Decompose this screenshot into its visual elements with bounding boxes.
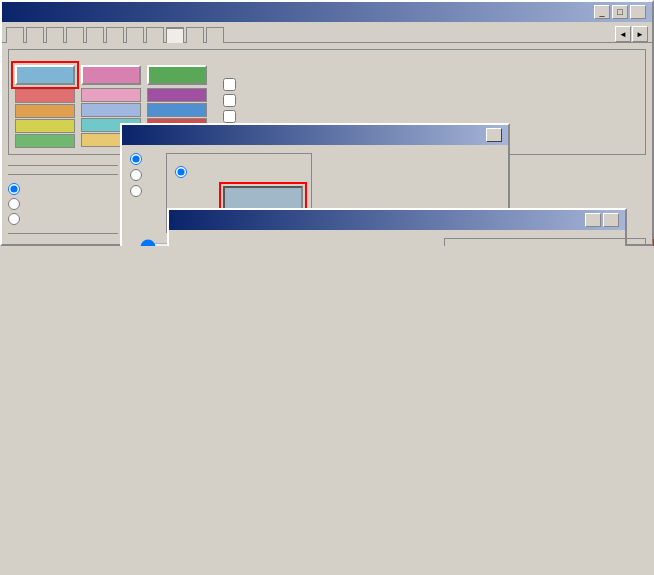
kleur-dialog bbox=[167, 208, 627, 246]
checkbox-repeat bbox=[223, 110, 240, 123]
main-window: _ □ ◄ ► bbox=[0, 0, 654, 246]
tab-nav-left[interactable]: ◄ bbox=[615, 26, 631, 42]
fixed-radio-row bbox=[175, 166, 303, 178]
color-swatch-7[interactable] bbox=[81, 65, 141, 85]
two-colors-gradient-radio[interactable] bbox=[130, 185, 142, 197]
kleur-right-panel bbox=[444, 238, 654, 246]
close-button[interactable] bbox=[630, 5, 646, 19]
title-bar: _ □ bbox=[2, 2, 652, 22]
color-swatch-9[interactable] bbox=[81, 103, 141, 117]
checkbox-multicolored bbox=[223, 78, 240, 91]
image-radio[interactable] bbox=[8, 198, 20, 210]
color-swatch-14[interactable] bbox=[147, 88, 207, 102]
dynamic-image-radio[interactable] bbox=[8, 213, 20, 225]
color-swatch-13[interactable] bbox=[147, 65, 207, 85]
minimize-button[interactable]: _ bbox=[594, 5, 610, 19]
fixed-radio[interactable] bbox=[175, 166, 187, 178]
radio-color bbox=[8, 183, 118, 195]
radio-section bbox=[8, 183, 118, 225]
solid-color-radio-row bbox=[130, 153, 146, 165]
one-color-gradient-radio-row bbox=[130, 169, 146, 181]
tab-nav-right[interactable]: ► bbox=[632, 26, 648, 42]
tab-presentation[interactable] bbox=[126, 27, 144, 43]
color-swatch-2[interactable] bbox=[15, 89, 75, 103]
radio-image bbox=[8, 198, 118, 210]
tab-bar: ◄ ► bbox=[2, 22, 652, 43]
swatch-group-1-5 bbox=[15, 62, 75, 148]
color-area-close-button[interactable] bbox=[486, 128, 502, 142]
kleur-help-button[interactable] bbox=[585, 213, 601, 227]
tab-axes[interactable] bbox=[146, 27, 164, 43]
maximize-button[interactable]: □ bbox=[612, 5, 628, 19]
color-swatch-8[interactable] bbox=[81, 88, 141, 102]
color-swatch-5[interactable] bbox=[15, 134, 75, 148]
base-color-swatch[interactable] bbox=[223, 186, 303, 210]
spectrum-canvas[interactable] bbox=[444, 238, 646, 246]
solid-color-radio[interactable] bbox=[130, 153, 142, 165]
radio-dynamic-image bbox=[8, 213, 118, 225]
tab-style[interactable] bbox=[106, 27, 124, 43]
kleur-left-panel bbox=[177, 238, 428, 246]
tab-colors[interactable] bbox=[166, 27, 184, 43]
tab-dimensions[interactable] bbox=[26, 27, 44, 43]
multicolored-checkbox[interactable] bbox=[223, 78, 236, 91]
kleur-title-buttons bbox=[585, 213, 619, 227]
two-colors-gradient-radio-row bbox=[130, 185, 146, 197]
color-area-title-bar bbox=[122, 125, 508, 145]
kleur-main-row bbox=[177, 238, 617, 246]
spectrum-row bbox=[444, 238, 654, 246]
tab-general[interactable] bbox=[6, 27, 24, 43]
checkbox-persistent bbox=[223, 94, 240, 107]
persistent-colors-checkbox[interactable] bbox=[223, 94, 236, 107]
kleur-close-button[interactable] bbox=[603, 213, 619, 227]
kleur-title-bar bbox=[169, 210, 625, 230]
color-swatch-3[interactable] bbox=[15, 104, 75, 118]
right-checkboxes bbox=[223, 78, 240, 123]
tab-nav-buttons: ◄ ► bbox=[615, 26, 648, 42]
color-swatch-1[interactable] bbox=[15, 65, 75, 85]
title-buttons: _ □ bbox=[594, 5, 646, 19]
color-radio[interactable] bbox=[8, 183, 20, 195]
color-type-radio-group bbox=[130, 153, 146, 197]
tab-font[interactable] bbox=[206, 27, 224, 43]
color-swatch-4[interactable] bbox=[15, 119, 75, 133]
tab-number[interactable] bbox=[186, 27, 204, 43]
tab-expressions[interactable] bbox=[66, 27, 84, 43]
tab-dimension-limits[interactable] bbox=[46, 27, 64, 43]
repeat-last-color-checkbox[interactable] bbox=[223, 110, 236, 123]
tab-sort[interactable] bbox=[86, 27, 104, 43]
content-area: Gradiënt Hori... Verti... Diag... Diag..… bbox=[2, 43, 652, 244]
one-color-gradient-radio[interactable] bbox=[130, 169, 142, 181]
kleur-content bbox=[169, 230, 625, 246]
color-swatch-15[interactable] bbox=[147, 103, 207, 117]
color-spectrum[interactable] bbox=[444, 238, 644, 246]
bottom-left bbox=[8, 161, 118, 238]
